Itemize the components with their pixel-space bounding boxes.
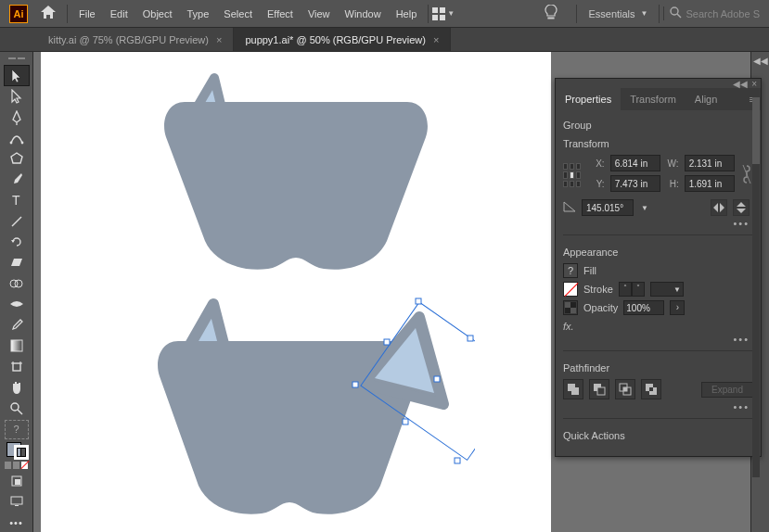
discover-icon[interactable] [545, 5, 558, 22]
svg-rect-26 [416, 298, 421, 304]
menu-object[interactable]: Object [135, 0, 180, 28]
selection-tool[interactable] [5, 66, 29, 84]
svg-line-20 [18, 410, 22, 414]
type-tool[interactable]: T [5, 191, 29, 209]
svg-rect-0 [432, 7, 438, 13]
color-mode-row[interactable] [5, 462, 29, 470]
angle-input[interactable] [582, 199, 634, 216]
artwork-bottom[interactable] [141, 285, 475, 526]
menubar: Ai File Edit Object Type Select Effect V… [0, 0, 769, 28]
svg-rect-1 [440, 7, 445, 13]
svg-rect-32 [352, 382, 358, 387]
svg-line-5 [677, 14, 681, 18]
collapse-panel-icon[interactable]: ◀◀ [733, 79, 748, 88]
gradient-tool[interactable] [5, 336, 29, 355]
hand-tool[interactable] [5, 378, 29, 397]
menu-type[interactable]: Type [180, 0, 217, 28]
draw-mode-normal[interactable] [5, 472, 29, 490]
close-icon[interactable]: × [216, 34, 222, 45]
x-label: X: [592, 158, 605, 169]
pathfinder-intersect-icon[interactable] [615, 379, 635, 399]
constrain-proportions-icon[interactable] [740, 163, 753, 188]
width-tool[interactable] [5, 295, 29, 313]
pathfinder-minus-front-icon[interactable] [589, 379, 609, 399]
svg-point-6 [9, 142, 12, 145]
chevron-down-icon[interactable]: ▼ [641, 204, 648, 212]
document-tab-active[interactable]: puppy1.ai* @ 50% (RGB/GPU Preview) × [234, 28, 451, 51]
shape-builder-tool[interactable] [5, 274, 29, 293]
menu-window[interactable]: Window [338, 0, 389, 28]
stroke-swatch[interactable] [14, 445, 29, 460]
opacity-label: Opacity [583, 302, 618, 313]
pathfinder-exclude-icon[interactable] [641, 379, 661, 399]
selection-type-label: Group [563, 120, 753, 131]
fill-stroke-swatch[interactable] [5, 441, 29, 460]
y-input[interactable] [610, 175, 660, 192]
more-options-icon[interactable]: ••• [563, 399, 753, 412]
edit-toolbar[interactable]: ••• [5, 513, 29, 531]
search-box[interactable]: Search Adobe S [663, 6, 765, 20]
flip-horizontal-icon[interactable] [711, 199, 727, 216]
collapse-icon[interactable]: ◀◀ [753, 56, 768, 66]
panel-tab-align[interactable]: Align [686, 88, 726, 110]
close-icon[interactable]: × [433, 34, 439, 45]
arrange-documents-icon[interactable] [432, 7, 445, 20]
home-icon[interactable] [41, 6, 56, 21]
pen-tool[interactable] [5, 108, 29, 126]
curvature-tool[interactable] [5, 129, 29, 147]
chevron-down-icon: ▼ [641, 9, 648, 18]
paintbrush-tool[interactable] [5, 171, 29, 189]
w-input[interactable] [685, 155, 735, 171]
opacity-input[interactable] [623, 300, 664, 315]
zoom-tool[interactable] [5, 399, 29, 417]
document-tabbar: kitty.ai @ 75% (RGB/GPU Preview) × puppy… [0, 28, 769, 52]
line-tool[interactable] [5, 211, 29, 230]
artboard[interactable] [41, 52, 551, 532]
h-input[interactable] [685, 175, 735, 192]
flip-vertical-icon[interactable] [733, 199, 750, 216]
properties-panel: ◀◀ × Properties Transform Align ≡ Group … [555, 78, 762, 457]
fx-label[interactable]: fx. [563, 321, 753, 332]
chevron-down-icon[interactable]: ▼ [447, 9, 455, 18]
panel-scrollbar[interactable] [752, 97, 760, 477]
rotate-tool[interactable] [5, 233, 29, 251]
tab-label: puppy1.ai* @ 50% (RGB/GPU Preview) [245, 34, 426, 45]
rectangle-tool[interactable] [5, 149, 29, 168]
menu-help[interactable]: Help [389, 0, 425, 28]
eyedropper-tool[interactable] [5, 316, 29, 335]
panel-tab-transform[interactable]: Transform [621, 88, 686, 110]
pathfinder-expand-button: Expand [701, 382, 753, 398]
close-panel-icon[interactable]: × [751, 79, 757, 88]
reference-point-grid[interactable] [563, 163, 581, 187]
app-logo: Ai [9, 5, 28, 23]
svg-rect-22 [15, 479, 20, 485]
pathfinder-unite-icon[interactable] [563, 379, 583, 399]
workspace-switcher[interactable]: Essentials ▼ [581, 8, 655, 19]
stroke-weight-stepper[interactable]: ˄˅ [619, 282, 645, 297]
artboard-tool[interactable] [5, 358, 29, 376]
document-tab-inactive[interactable]: kitty.ai @ 75% (RGB/GPU Preview) × [37, 28, 234, 51]
menu-effect[interactable]: Effect [260, 0, 301, 28]
unknown-tool[interactable]: ? [5, 420, 29, 439]
stroke-swatch[interactable] [563, 282, 578, 297]
svg-rect-38 [570, 308, 576, 313]
panel-tab-properties[interactable]: Properties [556, 88, 621, 110]
stroke-profile-select[interactable]: ▼ [650, 282, 684, 297]
svg-rect-39 [597, 387, 605, 395]
artwork-top[interactable] [147, 59, 444, 272]
search-icon [670, 6, 682, 20]
menu-edit[interactable]: Edit [103, 0, 135, 28]
x-input[interactable] [610, 155, 660, 171]
menu-file[interactable]: File [71, 0, 103, 28]
svg-rect-14 [13, 363, 20, 371]
eraser-tool[interactable] [5, 253, 29, 272]
more-options-icon[interactable]: ••• [563, 216, 753, 229]
direct-selection-tool[interactable] [5, 87, 29, 106]
screen-mode[interactable] [5, 492, 29, 511]
fill-swatch[interactable] [563, 263, 578, 278]
opacity-more-icon[interactable]: › [670, 300, 685, 315]
menu-view[interactable]: View [301, 0, 338, 28]
more-options-icon[interactable]: ••• [563, 332, 753, 345]
menu-select[interactable]: Select [216, 0, 260, 28]
opacity-swatch[interactable] [563, 300, 578, 315]
